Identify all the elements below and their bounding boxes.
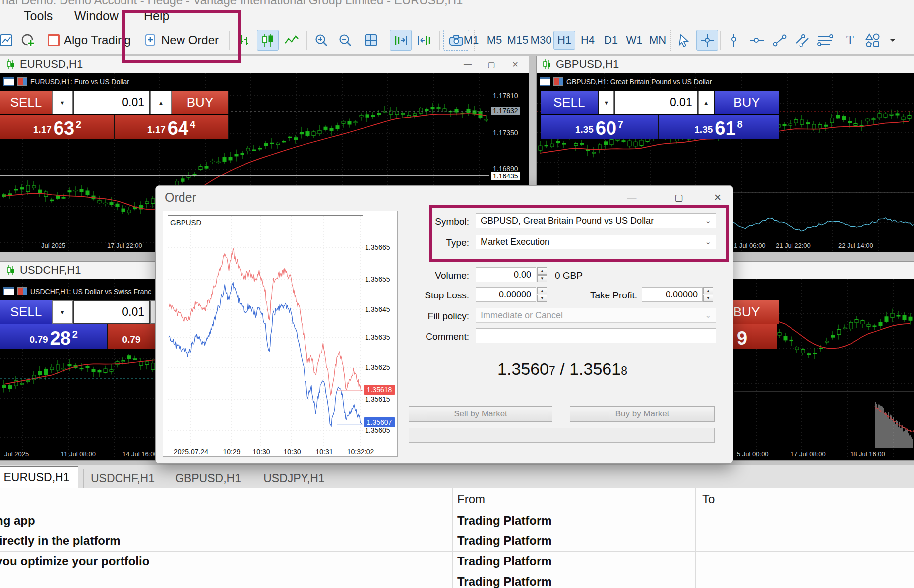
channel-tool[interactable]: [792, 30, 813, 51]
timeframe-h1[interactable]: H1: [553, 31, 575, 50]
new-order-icon: [145, 34, 157, 47]
table-row-from[interactable]: Trading Platform: [457, 514, 552, 528]
timeframe-m5[interactable]: M5: [484, 31, 505, 50]
zoom-in-icon: [314, 33, 328, 47]
crosshair-tool-button[interactable]: [696, 30, 718, 51]
timeframe-mn[interactable]: MN: [647, 31, 669, 50]
type-select[interactable]: Market Execution: [476, 235, 716, 249]
close-icon[interactable]: [710, 192, 725, 203]
volume-increase-button[interactable]: [698, 91, 714, 114]
sell-by-market-button[interactable]: Sell by Market: [409, 406, 552, 422]
tab-usdjpy[interactable]: USDJPY,H1: [254, 469, 334, 488]
more-tools-button[interactable]: [886, 30, 900, 51]
stop-loss-input[interactable]: 0.00000: [476, 287, 536, 302]
sell-button[interactable]: SELL: [541, 91, 598, 114]
buy-by-market-button[interactable]: Buy by Market: [570, 406, 715, 422]
vertical-line-tool[interactable]: [723, 30, 745, 51]
volume-field[interactable]: 0.01: [73, 91, 150, 114]
window-titlebar-eurusd[interactable]: EURUSD,H1: [0, 56, 529, 73]
spinner-up-icon[interactable]: [537, 287, 547, 294]
volume-decrease-button[interactable]: [52, 91, 73, 114]
sell-price[interactable]: 0.79282: [0, 324, 107, 349]
table-row-title[interactable]: lirectly in the platform: [0, 534, 121, 548]
table-row-title[interactable]: you optimize your portfolio: [0, 554, 149, 568]
volume-field[interactable]: 0.01: [73, 300, 150, 324]
menu-window[interactable]: Window: [74, 9, 119, 23]
time-axis-label: 22 Jul 14:00: [838, 242, 873, 249]
tab-usdchf[interactable]: USDCHF,H1: [83, 469, 162, 488]
mt5-application: nal Demo: Demo Account - Hedge - Vantage…: [0, 0, 914, 588]
spinner-down-icon[interactable]: [537, 295, 547, 302]
buy-price[interactable]: 1.35618: [659, 115, 779, 139]
new-chart-button[interactable]: [0, 30, 16, 51]
volume-decrease-button[interactable]: [52, 300, 73, 324]
market-watch-button[interactable]: [17, 30, 39, 51]
volume-decrease-button[interactable]: [599, 91, 614, 114]
market-watch-icon: [20, 33, 35, 48]
line-chart-button[interactable]: [281, 30, 303, 51]
volume-field[interactable]: 0.01: [614, 91, 697, 114]
timeframe-w1[interactable]: W1: [623, 31, 645, 50]
sell-button[interactable]: SELL: [0, 91, 52, 114]
window-title-text: USDCHF,H1: [20, 264, 81, 277]
trendline-tool[interactable]: [769, 30, 791, 51]
timeframe-h4[interactable]: H4: [577, 31, 599, 50]
spinner-down-icon[interactable]: [703, 295, 713, 302]
buy-button[interactable]: BUY: [715, 91, 779, 114]
articles-table: From To ng app Trading Platform lirectly…: [0, 488, 914, 588]
candlestick-chart-button[interactable]: [257, 30, 279, 51]
tab-eurusd[interactable]: EURUSD,H1: [0, 466, 78, 488]
tile-windows-button[interactable]: [360, 30, 382, 51]
spinner-up-icon[interactable]: [537, 267, 547, 275]
bar-chart-button[interactable]: [233, 30, 255, 51]
auto-scroll-button[interactable]: [414, 30, 435, 51]
candlestick-symbol-icon: [6, 59, 15, 70]
volume-input[interactable]: 0.00: [476, 267, 536, 282]
zoom-out-button[interactable]: [334, 30, 356, 51]
window-titlebar-gbpusd[interactable]: GBPUSD,H1: [537, 56, 914, 73]
minimize-icon[interactable]: [461, 60, 474, 69]
volume-increase-button[interactable]: [150, 91, 172, 114]
chart-properties-icon: [540, 77, 550, 86]
shapes-tool[interactable]: [862, 30, 884, 51]
take-profit-input[interactable]: 0.00000: [642, 287, 703, 302]
chart-shift-button[interactable]: [390, 30, 412, 51]
sell-button[interactable]: SELL: [0, 300, 52, 324]
horizontal-line-tool[interactable]: [746, 30, 768, 51]
maximize-icon[interactable]: [671, 192, 686, 203]
timeframe-m1[interactable]: M1: [460, 31, 482, 50]
menu-help[interactable]: Help: [144, 9, 169, 23]
tab-gbpusd[interactable]: GBPUSD,H1: [168, 469, 248, 488]
stop-loss-spinner[interactable]: [537, 287, 547, 302]
table-row-from[interactable]: Trading Platform: [457, 554, 552, 568]
tick-time-label: 10:30: [252, 448, 270, 456]
sell-price[interactable]: 1.35607: [541, 115, 658, 139]
column-header-from: From: [457, 492, 485, 506]
vertical-line-icon: [731, 33, 737, 48]
symbol-select[interactable]: GBPUSD, Great Britain Pound vs US Dollar: [476, 213, 716, 228]
fibonacci-tool[interactable]: [814, 30, 836, 51]
text-tool[interactable]: T: [839, 30, 861, 51]
menu-tools[interactable]: Tools: [24, 9, 53, 23]
close-icon[interactable]: [509, 60, 522, 69]
take-profit-spinner[interactable]: [703, 287, 713, 302]
cursor-tool-button[interactable]: [673, 30, 695, 51]
table-row-title[interactable]: ng app: [0, 514, 35, 528]
zoom-in-button[interactable]: [310, 30, 332, 51]
table-row-from[interactable]: Trading Platform: [457, 575, 552, 588]
spinner-down-icon[interactable]: [537, 275, 547, 283]
maximize-icon[interactable]: [485, 60, 498, 69]
timeframe-d1[interactable]: D1: [600, 31, 622, 50]
buy-price[interactable]: 1.17644: [115, 115, 228, 139]
new-order-button[interactable]: New Order: [145, 30, 219, 51]
spinner-up-icon[interactable]: [703, 287, 713, 294]
timeframe-m30[interactable]: M30: [530, 31, 552, 50]
timeframe-m15[interactable]: M15: [507, 31, 529, 50]
sell-price[interactable]: 1.17632: [0, 115, 114, 139]
buy-button[interactable]: BUY: [172, 91, 228, 114]
table-row-from[interactable]: Trading Platform: [457, 534, 552, 548]
algo-trading-button[interactable]: Algo Trading: [48, 30, 131, 51]
comment-input[interactable]: [476, 328, 716, 343]
minimize-icon[interactable]: [624, 192, 639, 203]
volume-spinner[interactable]: [537, 267, 547, 282]
